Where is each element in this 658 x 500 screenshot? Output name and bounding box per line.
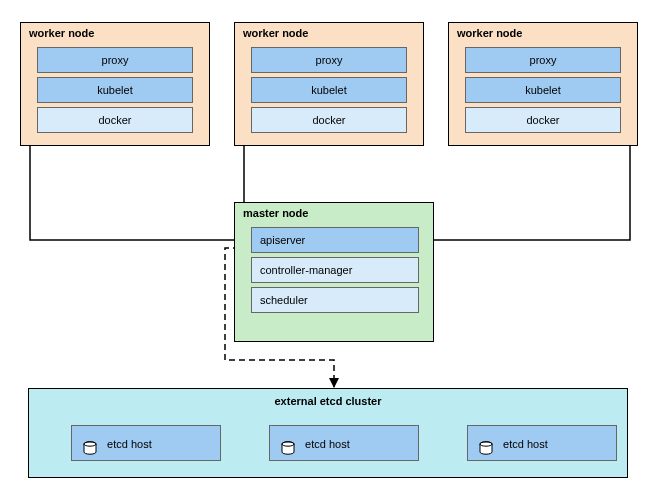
kubelet-component: kubelet <box>465 77 621 103</box>
controller-manager-component: controller-manager <box>251 257 419 283</box>
worker-node-title: worker node <box>243 27 308 39</box>
master-node-title: master node <box>243 207 308 219</box>
etcd-host-label: etcd host <box>503 438 548 450</box>
docker-component: docker <box>37 107 193 133</box>
arrow-worker1-to-api <box>30 146 249 240</box>
apiserver-component: apiserver <box>251 227 419 253</box>
etcd-cluster: external etcd cluster etcd host etcd hos… <box>28 388 628 478</box>
master-node: master node apiserver controller-manager… <box>234 202 434 342</box>
worker-node-title: worker node <box>457 27 522 39</box>
proxy-component: proxy <box>37 47 193 73</box>
database-icon <box>478 436 494 452</box>
worker-node-title: worker node <box>29 27 94 39</box>
scheduler-component: scheduler <box>251 287 419 313</box>
etcd-host-label: etcd host <box>107 438 152 450</box>
docker-component: docker <box>251 107 407 133</box>
worker-node-3: worker node proxy kubelet docker <box>448 22 638 146</box>
database-icon <box>82 436 98 452</box>
etcd-host-1: etcd host <box>71 425 221 461</box>
worker-node-2: worker node proxy kubelet docker <box>234 22 424 146</box>
worker-node-1: worker node proxy kubelet docker <box>20 22 210 146</box>
proxy-component: proxy <box>251 47 407 73</box>
proxy-component: proxy <box>465 47 621 73</box>
etcd-host-2: etcd host <box>269 425 419 461</box>
etcd-host-label: etcd host <box>305 438 350 450</box>
diagram-stage: worker node proxy kubelet docker worker … <box>0 0 658 500</box>
arrow-worker3-to-api <box>419 146 630 240</box>
database-icon <box>280 436 296 452</box>
etcd-cluster-title: external etcd cluster <box>29 395 627 407</box>
docker-component: docker <box>465 107 621 133</box>
etcd-host-3: etcd host <box>467 425 617 461</box>
kubelet-component: kubelet <box>251 77 407 103</box>
kubelet-component: kubelet <box>37 77 193 103</box>
